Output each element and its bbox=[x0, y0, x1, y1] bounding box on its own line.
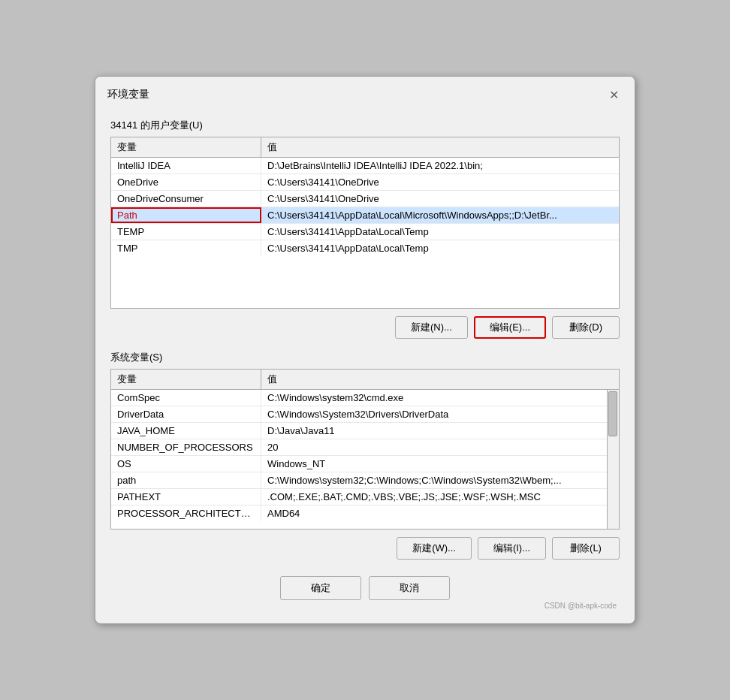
cancel-button[interactable]: 取消 bbox=[369, 576, 450, 600]
cell-var: OS bbox=[111, 456, 261, 472]
sys-variables-table: 变量 值 ComSpecC:\Windows\system32\cmd.exeD… bbox=[110, 369, 620, 530]
sys-delete-button[interactable]: 删除(L) bbox=[552, 537, 620, 560]
cell-val: C:\Users\34141\AppData\Local\Microsoft\W… bbox=[261, 207, 619, 223]
cell-val: D:\Java\Java11 bbox=[261, 423, 607, 439]
user-delete-button[interactable]: 删除(D) bbox=[552, 316, 620, 339]
cell-val: C:\Users\34141\AppData\Local\Temp bbox=[261, 240, 619, 256]
sys-var-header: 变量 bbox=[111, 370, 261, 389]
dialog-content: 34141 的用户变量(U) 变量 值 IntelliJ IDEAD:\JetB… bbox=[95, 110, 635, 623]
user-table-body[interactable]: IntelliJ IDEAD:\JetBrains\IntelliJ IDEA\… bbox=[111, 158, 619, 308]
cell-var: OneDrive bbox=[111, 174, 261, 190]
cell-val: C:\Windows\system32;C:\Windows;C:\Window… bbox=[261, 472, 607, 488]
sys-table-header: 变量 值 bbox=[111, 370, 619, 390]
table-row[interactable]: NUMBER_OF_PROCESSORS20 bbox=[111, 439, 607, 456]
user-table-header: 变量 值 bbox=[111, 137, 619, 158]
user-buttons-row: 新建(N)... 编辑(E)... 删除(D) bbox=[110, 316, 620, 339]
cell-val: C:\Users\34141\OneDrive bbox=[261, 191, 619, 207]
footer-buttons: 确定 取消 bbox=[110, 572, 620, 600]
dialog-title: 环境变量 bbox=[107, 88, 149, 101]
cell-var: DriverData bbox=[111, 406, 261, 422]
cell-val: .COM;.EXE;.BAT;.CMD;.VBS;.VBE;.JS;.JSE;.… bbox=[261, 489, 607, 505]
cell-var: IntelliJ IDEA bbox=[111, 158, 261, 173]
table-row[interactable]: PathC:\Users\34141\AppData\Local\Microso… bbox=[111, 207, 619, 224]
cell-var: ComSpec bbox=[111, 390, 261, 406]
watermark: CSDN @bit-apk-code bbox=[110, 600, 620, 611]
table-row[interactable]: ComSpecC:\Windows\system32\cmd.exe bbox=[111, 390, 607, 406]
user-val-header: 值 bbox=[261, 137, 619, 157]
table-row[interactable]: OSWindows_NT bbox=[111, 456, 607, 472]
ok-button[interactable]: 确定 bbox=[280, 576, 361, 600]
cell-var: Path bbox=[111, 207, 261, 223]
sys-section-label: 系统变量(S) bbox=[110, 351, 620, 364]
close-button[interactable]: ✕ bbox=[605, 86, 623, 104]
scrollbar-thumb[interactable] bbox=[608, 391, 617, 436]
sys-val-header: 值 bbox=[261, 370, 619, 389]
user-variables-table: 变量 值 IntelliJ IDEAD:\JetBrains\IntelliJ … bbox=[110, 137, 620, 309]
table-row[interactable]: OneDriveC:\Users\34141\OneDrive bbox=[111, 174, 619, 191]
cell-val: C:\Users\34141\OneDrive bbox=[261, 174, 619, 190]
sys-table-wrapper: ComSpecC:\Windows\system32\cmd.exeDriver… bbox=[111, 390, 619, 529]
cell-var: PATHEXT bbox=[111, 489, 261, 505]
table-row[interactable]: IntelliJ IDEAD:\JetBrains\IntelliJ IDEA\… bbox=[111, 158, 619, 174]
user-section-label: 34141 的用户变量(U) bbox=[110, 119, 620, 132]
sys-new-button[interactable]: 新建(W)... bbox=[397, 537, 472, 560]
cell-var: NUMBER_OF_PROCESSORS bbox=[111, 439, 261, 455]
table-row[interactable]: TMPC:\Users\34141\AppData\Local\Temp bbox=[111, 240, 619, 256]
cell-val: C:\Windows\system32\cmd.exe bbox=[261, 390, 607, 406]
cell-val: AMD64 bbox=[261, 505, 607, 521]
cell-var: OneDriveConsumer bbox=[111, 191, 261, 207]
table-row[interactable]: PATHEXT.COM;.EXE;.BAT;.CMD;.VBS;.VBE;.JS… bbox=[111, 489, 607, 505]
table-row[interactable]: JAVA_HOMED:\Java\Java11 bbox=[111, 423, 607, 439]
cell-var: TMP bbox=[111, 240, 261, 256]
cell-var: JAVA_HOME bbox=[111, 423, 261, 439]
cell-val: Windows_NT bbox=[261, 456, 607, 472]
scrollbar[interactable] bbox=[607, 390, 619, 529]
table-row[interactable]: OneDriveConsumerC:\Users\34141\OneDrive bbox=[111, 191, 619, 207]
cell-val: 20 bbox=[261, 439, 607, 455]
cell-val: C:\Windows\System32\Drivers\DriverData bbox=[261, 406, 607, 422]
cell-var: path bbox=[111, 472, 261, 488]
cell-var: PROCESSOR_ARCHITECTURE bbox=[111, 505, 261, 521]
environment-variables-dialog: 环境变量 ✕ 34141 的用户变量(U) 变量 值 IntelliJ IDEA… bbox=[95, 76, 635, 624]
title-bar: 环境变量 ✕ bbox=[95, 77, 635, 110]
table-row[interactable]: DriverDataC:\Windows\System32\Drivers\Dr… bbox=[111, 406, 607, 423]
sys-table-body[interactable]: ComSpecC:\Windows\system32\cmd.exeDriver… bbox=[111, 390, 619, 529]
cell-val: C:\Users\34141\AppData\Local\Temp bbox=[261, 224, 619, 240]
cell-val: D:\JetBrains\IntelliJ IDEA\IntelliJ IDEA… bbox=[261, 158, 619, 173]
table-row[interactable]: pathC:\Windows\system32;C:\Windows;C:\Wi… bbox=[111, 472, 607, 489]
user-new-button[interactable]: 新建(N)... bbox=[395, 316, 468, 339]
table-row[interactable]: TEMPC:\Users\34141\AppData\Local\Temp bbox=[111, 224, 619, 240]
sys-buttons-row: 新建(W)... 编辑(I)... 删除(L) bbox=[110, 537, 620, 560]
table-row[interactable]: PROCESSOR_ARCHITECTUREAMD64 bbox=[111, 505, 607, 521]
user-var-header: 变量 bbox=[111, 137, 261, 157]
cell-var: TEMP bbox=[111, 224, 261, 240]
user-edit-button[interactable]: 编辑(E)... bbox=[474, 316, 546, 339]
sys-edit-button[interactable]: 编辑(I)... bbox=[478, 537, 546, 560]
